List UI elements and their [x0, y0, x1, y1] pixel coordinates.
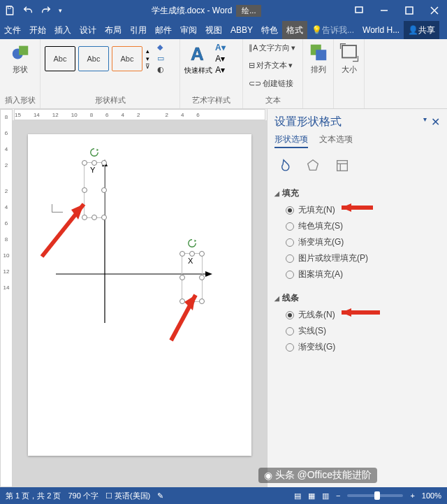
radio-line-solid[interactable]: 实线(S): [274, 323, 440, 339]
zoom-percent[interactable]: 100%: [422, 491, 441, 500]
style-preset-2[interactable]: Abc: [78, 46, 109, 71]
zoom-slider[interactable]: [347, 494, 403, 497]
pane-icon-layout[interactable]: [333, 157, 351, 175]
tab-insert[interactable]: 插入: [50, 21, 75, 39]
status-language[interactable]: ☐ 英语(美国): [105, 491, 150, 501]
svg-marker-16: [97, 149, 99, 152]
pane-tab-shape-options[interactable]: 形状选项: [274, 134, 308, 148]
svg-rect-23: [337, 161, 348, 171]
text-direction-button[interactable]: ∥A 文字方向▾: [247, 42, 298, 54]
group-label-wordart: 艺术字样式: [184, 95, 238, 106]
minimize-button[interactable]: [372, 0, 397, 21]
shapes-gallery-button[interactable]: 形状: [4, 42, 36, 75]
tab-mailings[interactable]: 邮件: [151, 21, 176, 39]
save-icon[interactable]: [4, 5, 15, 16]
tab-file[interactable]: 文件: [0, 21, 25, 39]
radio-fill-pattern[interactable]: 图案填充(A): [274, 266, 440, 282]
radio-fill-picture[interactable]: 图片或纹理填充(P): [274, 250, 440, 266]
radio-fill-gradient[interactable]: 渐变填充(G): [274, 234, 440, 250]
watermark: ◉ 头条 @Office技能进阶: [258, 468, 377, 483]
ribbon-display-options[interactable]: [346, 0, 372, 21]
size-icon: [339, 42, 360, 63]
tell-me[interactable]: 💡 告诉我...: [307, 21, 358, 39]
redo-icon[interactable]: [41, 5, 52, 16]
status-bar: 第 1 页，共 2 页 790 个字 ☐ 英语(美国) ✎ ▤ ▦ ▥ − + …: [0, 487, 447, 504]
tab-abby[interactable]: ABBY: [226, 21, 257, 39]
shapes-icon: [10, 42, 31, 63]
shape-outline-button[interactable]: ▭: [156, 53, 166, 64]
pane-close-icon[interactable]: ✕: [431, 115, 440, 129]
pane-tabs: 形状选项 文本选项: [274, 134, 440, 148]
share-button[interactable]: 👤 共享: [404, 21, 439, 39]
ribbon-group-wordart: A 快速样式 A▾ A▾ A▾ 艺术字样式: [180, 39, 243, 108]
qat-more-icon[interactable]: ▾: [59, 7, 62, 14]
page[interactable]: Y X: [28, 134, 251, 456]
world-help[interactable]: World H...: [358, 21, 404, 39]
vertical-ruler[interactable]: 86422468101214: [0, 109, 13, 487]
gallery-more[interactable]: ⊽: [145, 63, 150, 70]
rotate-handle-icon[interactable]: [89, 147, 99, 157]
paragraph-mark-icon: [52, 204, 63, 213]
status-word-count[interactable]: 790 个字: [68, 491, 98, 501]
tab-special[interactable]: 特色: [257, 21, 282, 39]
rotate-handle-icon[interactable]: [187, 238, 197, 248]
shape-effects-button[interactable]: ◐: [156, 64, 166, 75]
tab-home[interactable]: 开始: [25, 21, 50, 39]
status-insert-mode-icon[interactable]: ✎: [157, 491, 163, 501]
radio-fill-none[interactable]: 无填充(N): [274, 202, 440, 218]
textbox-x[interactable]: X: [182, 253, 203, 302]
fill-section-header[interactable]: ◢填充: [274, 185, 440, 202]
pane-icon-fill-line[interactable]: [274, 157, 293, 175]
align-text-button[interactable]: ⊟ 对齐文本▾: [247, 59, 298, 71]
workspace: 86422468101214 Y X: [0, 109, 447, 487]
pane-tab-text-options[interactable]: 文本选项: [319, 134, 353, 148]
radio-line-gradient[interactable]: 渐变线(G): [274, 339, 440, 355]
svg-rect-11: [342, 45, 356, 58]
pane-menu-icon[interactable]: ▾: [423, 115, 427, 129]
fill-section: ◢填充 无填充(N) 纯色填充(S) 渐变填充(G) 图片或纹理填充(P) 图案…: [274, 185, 440, 282]
style-preset-3[interactable]: Abc: [112, 46, 142, 71]
undo-icon[interactable]: [22, 5, 34, 16]
window-controls: [346, 0, 447, 21]
view-web-layout-icon[interactable]: ▥: [322, 491, 329, 501]
maximize-button[interactable]: [397, 0, 422, 21]
tab-format[interactable]: 格式: [282, 21, 307, 39]
svg-rect-10: [316, 50, 326, 60]
tab-layout[interactable]: 布局: [101, 21, 126, 39]
tab-view[interactable]: 视图: [201, 21, 226, 39]
radio-fill-solid[interactable]: 纯色填充(S): [274, 218, 440, 234]
ribbon-tabs: 文件 开始 插入 设计 布局 引用 邮件 审阅 视图 ABBY 特色 格式 💡 …: [0, 21, 447, 39]
tab-design[interactable]: 设计: [75, 21, 101, 39]
create-link-button[interactable]: ⊂⊃ 创建链接: [247, 78, 298, 89]
window-title: 学生成绩.docx - Word 绘...: [66, 5, 346, 17]
svg-marker-29: [342, 308, 351, 317]
zoom-in-icon[interactable]: +: [410, 491, 414, 500]
gallery-scroll-up[interactable]: ▴: [145, 48, 150, 55]
document-area[interactable]: Y X: [13, 120, 267, 487]
close-button[interactable]: [422, 0, 447, 21]
ribbon-group-shape-styles: Abc Abc Abc ▴ ▾ ⊽ ◆ ▭ ◐ 形状样式: [41, 39, 180, 108]
status-page[interactable]: 第 1 页，共 2 页: [6, 491, 61, 501]
view-read-mode-icon[interactable]: ▤: [294, 491, 301, 501]
arrange-button[interactable]: 排列: [307, 42, 329, 75]
text-effects-button[interactable]: A▾: [215, 65, 226, 75]
tab-references[interactable]: 引用: [126, 21, 151, 39]
size-button[interactable]: 大小: [338, 42, 360, 75]
tab-review[interactable]: 审阅: [176, 21, 201, 39]
zoom-out-icon[interactable]: −: [336, 491, 340, 500]
quick-styles-button[interactable]: A 快速样式: [184, 42, 212, 75]
text-outline-button[interactable]: A▾: [215, 54, 226, 64]
style-preset-1[interactable]: Abc: [45, 46, 75, 71]
pane-icon-effects[interactable]: [304, 157, 322, 175]
text-fill-button[interactable]: A▾: [215, 43, 226, 52]
radio-line-none[interactable]: 无线条(N): [274, 307, 440, 323]
line-section-header[interactable]: ◢线条: [274, 289, 440, 307]
textbox-y[interactable]: Y: [84, 162, 105, 218]
view-print-layout-icon[interactable]: ▦: [308, 491, 315, 501]
format-shape-pane: 设置形状格式 ▾ ✕ 形状选项 文本选项 ◢填充 无填充(N) 纯色填充(S) …: [267, 109, 447, 487]
line-section: ◢线条 无线条(N) 实线(S) 渐变线(G): [274, 289, 440, 355]
gallery-scroll-down[interactable]: ▾: [145, 55, 150, 62]
svg-text:A: A: [191, 43, 204, 64]
shape-fill-button[interactable]: ◆: [156, 42, 166, 52]
contextual-tools-label: 绘...: [236, 5, 261, 17]
